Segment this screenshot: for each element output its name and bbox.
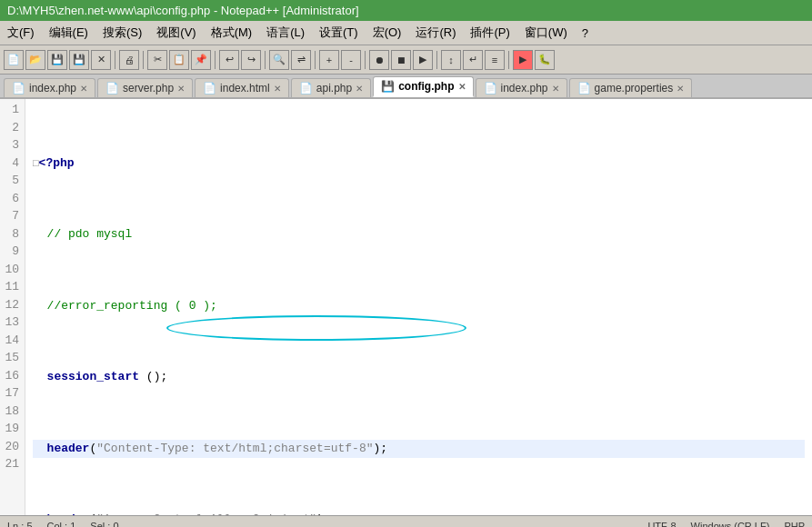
tab-label-2: server.php [123, 82, 174, 94]
toolbar-close[interactable]: ✕ [91, 50, 111, 70]
code-line-5: header("Content-Type: text/html;charset=… [33, 440, 805, 458]
tab-close-3[interactable]: ✕ [274, 84, 281, 94]
toolbar-indent[interactable]: ≡ [485, 50, 505, 70]
tab-game-properties[interactable]: 📄 game.properties ✕ [569, 78, 693, 97]
tab-label-6: index.php [501, 82, 548, 94]
tabs-bar: 📄 index.php ✕ 📄 server.php ✕ 📄 index.htm… [0, 75, 812, 99]
toolbar-new[interactable]: 📄 [4, 50, 24, 70]
toolbar-save-all[interactable]: 💾 [69, 50, 89, 70]
tab-icon-5: 💾 [381, 80, 395, 93]
line-num: 5 [4, 172, 19, 190]
title-text: D:\MYH5\zhen.net-www\api\config.php - No… [7, 4, 359, 17]
tab-server-php[interactable]: 📄 server.php ✕ [97, 78, 193, 97]
line-num: 11 [4, 278, 19, 296]
tab-icon-7: 📄 [577, 82, 591, 94]
tab-api-php[interactable]: 📄 api.php ✕ [291, 78, 371, 97]
line-num: 8 [4, 225, 19, 244]
tab-label-3: index.html [220, 82, 270, 94]
line-num: 16 [4, 367, 19, 385]
sep7 [436, 51, 437, 69]
tab-index-html[interactable]: 📄 index.html ✕ [195, 78, 289, 97]
menu-settings[interactable]: 设置(T) [316, 23, 362, 43]
line-num: 21 [4, 455, 19, 473]
toolbar-paste[interactable]: 📌 [191, 50, 211, 70]
code-line-4: session_start (); [33, 368, 805, 386]
sep4 [265, 51, 266, 69]
sep3 [215, 51, 216, 69]
line-num: 20 [4, 438, 19, 456]
menu-help[interactable]: ? [578, 25, 592, 42]
tab-label-1: index.php [29, 82, 76, 94]
code-line-2: // pdo mysql [33, 225, 805, 244]
menu-run[interactable]: 运行(R) [412, 23, 459, 43]
toolbar-zoom-out[interactable]: - [341, 50, 361, 70]
toolbar-debug[interactable]: 🐛 [535, 50, 555, 70]
menu-edit[interactable]: 编辑(E) [45, 23, 92, 43]
tab-index-php-1[interactable]: 📄 index.php ✕ [4, 78, 95, 97]
tab-config-php[interactable]: 💾 config.php ✕ [373, 76, 473, 97]
line-num: 9 [4, 243, 19, 261]
status-sel: Sel : 0 [90, 521, 118, 528]
tab-index-php-2[interactable]: 📄 index.php ✕ [476, 78, 567, 97]
toolbar-run[interactable]: ▶ [513, 50, 533, 70]
line-num: 12 [4, 296, 19, 314]
menu-macro[interactable]: 宏(O) [369, 23, 406, 43]
toolbar-macro-rec[interactable]: ⏺ [369, 50, 389, 70]
title-bar: D:\MYH5\zhen.net-www\api\config.php - No… [0, 0, 812, 21]
status-line-ending: Windows (CR LF) [691, 521, 770, 528]
menu-view[interactable]: 视图(V) [153, 23, 199, 43]
sep5 [315, 51, 316, 69]
line-num: 10 [4, 261, 19, 279]
menu-format[interactable]: 格式(M) [207, 23, 256, 43]
tab-icon-1: 📄 [12, 82, 25, 94]
toolbar-replace[interactable]: ⇌ [291, 50, 311, 70]
code-editor[interactable]: □<?php // pdo mysql //error_reporting ( … [25, 99, 812, 515]
line-num: 19 [4, 420, 19, 438]
sep1 [115, 51, 115, 69]
menu-bar: 文(F) 编辑(E) 搜索(S) 视图(V) 格式(M) 语言(L) 设置(T)… [0, 21, 812, 45]
menu-window[interactable]: 窗口(W) [521, 23, 571, 43]
sep2 [143, 51, 144, 69]
tab-icon-3: 📄 [203, 82, 216, 94]
line-num: 4 [4, 154, 19, 173]
status-lang: PHP [784, 521, 805, 528]
menu-plugins[interactable]: 插件(P) [466, 23, 513, 43]
line-num: 13 [4, 313, 19, 332]
menu-language[interactable]: 语言(L) [263, 23, 308, 43]
toolbar-macro-stop[interactable]: ⏹ [391, 50, 411, 70]
tab-label-7: game.properties [595, 82, 674, 94]
toolbar-save[interactable]: 💾 [47, 50, 67, 70]
line-num: 18 [4, 403, 19, 421]
status-col: Col : 1 [47, 521, 76, 528]
tab-close-7[interactable]: ✕ [677, 84, 684, 94]
menu-search[interactable]: 搜索(S) [99, 23, 145, 43]
code-line-1: □<?php [33, 154, 805, 173]
tab-close-2[interactable]: ✕ [177, 84, 185, 94]
toolbar-print[interactable]: 🖨 [119, 50, 139, 70]
toolbar-redo[interactable]: ↪ [241, 50, 261, 70]
status-line: Ln : 5 [7, 521, 33, 528]
tab-close-4[interactable]: ✕ [356, 84, 363, 94]
toolbar-sync[interactable]: ↕ [441, 50, 461, 70]
toolbar-copy[interactable]: 📋 [169, 50, 189, 70]
tab-close-1[interactable]: ✕ [80, 84, 87, 94]
tab-icon-6: 📄 [484, 82, 497, 94]
toolbar-wrap[interactable]: ↵ [463, 50, 483, 70]
toolbar-macro-play[interactable]: ▶ [413, 50, 433, 70]
line-num: 2 [4, 119, 19, 137]
toolbar: 📄 📂 💾 💾 ✕ 🖨 ✂ 📋 📌 ↩ ↪ 🔍 ⇌ + - ⏺ ⏹ ▶ ↕ ↵ … [0, 45, 812, 75]
toolbar-open[interactable]: 📂 [25, 50, 45, 70]
toolbar-find[interactable]: 🔍 [269, 50, 289, 70]
line-num: 1 [4, 101, 19, 119]
line-num: 15 [4, 349, 19, 367]
toolbar-cut[interactable]: ✂ [147, 50, 167, 70]
status-bar: Ln : 5 Col : 1 Sel : 0 UTF-8 Windows (CR… [0, 515, 812, 527]
tab-close-5[interactable]: ✕ [458, 82, 466, 92]
line-num: 6 [4, 190, 19, 208]
toolbar-zoom-in[interactable]: + [319, 50, 339, 70]
line-num: 14 [4, 332, 19, 350]
tab-close-6[interactable]: ✕ [552, 84, 559, 94]
toolbar-undo[interactable]: ↩ [219, 50, 239, 70]
tab-label-5: config.php [398, 80, 454, 93]
menu-file[interactable]: 文(F) [4, 23, 38, 43]
